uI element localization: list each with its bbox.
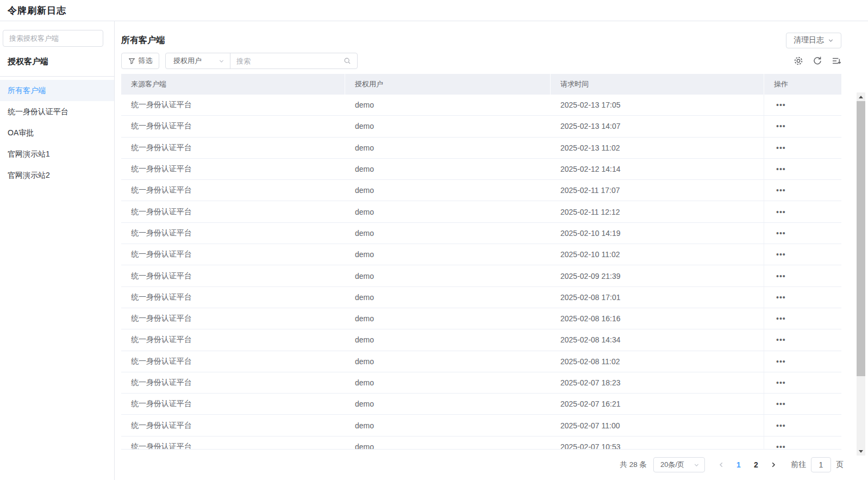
cell-actions: •••: [764, 351, 841, 372]
cell-user: demo: [345, 180, 551, 201]
row-more-button[interactable]: •••: [774, 143, 788, 153]
sidebar-item-client[interactable]: 统一身份认证平台: [0, 101, 114, 122]
sidebar-item-client[interactable]: 官网演示站2: [0, 165, 114, 186]
page-title: 令牌刷新日志: [8, 4, 66, 17]
cell-time: 2025-02-07 18:23: [551, 372, 764, 393]
table-row: 统一身份认证平台 demo 2025-02-13 14:07 •••: [121, 116, 841, 137]
cell-client: 统一身份认证平台: [121, 223, 345, 244]
cell-client: 统一身份认证平台: [121, 415, 345, 435]
sidebar-item-label: 官网演示站1: [8, 149, 50, 159]
row-more-button[interactable]: •••: [774, 185, 788, 195]
sidebar-menu: 所有客户端 统一身份认证平台 OA审批 官网演示站1 官网演示站2: [0, 77, 114, 186]
cell-user: demo: [345, 394, 551, 414]
vertical-scrollbar[interactable]: [857, 92, 865, 456]
table-row: 统一身份认证平台 demo 2025-02-09 21:39 •••: [121, 265, 841, 286]
prev-page-button[interactable]: [713, 457, 730, 472]
search-icon[interactable]: [344, 57, 351, 65]
page-numbers: 12: [730, 457, 765, 472]
row-more-button[interactable]: •••: [774, 271, 788, 281]
sidebar-item-client[interactable]: 所有客户端: [0, 80, 114, 101]
cell-client: 统一身份认证平台: [121, 372, 345, 393]
cell-actions: •••: [764, 415, 841, 435]
sidebar: 授权客户端 所有客户端 统一身份认证平台 OA审批 官网演示站1 官网演示站2: [0, 21, 115, 480]
sidebar-top: 授权客户端: [0, 21, 114, 77]
row-more-button[interactable]: •••: [774, 292, 788, 302]
cell-time: 2025-02-07 11:00: [551, 415, 764, 435]
cell-actions: •••: [764, 95, 841, 115]
cell-actions: •••: [764, 180, 841, 201]
row-more-button[interactable]: •••: [774, 228, 788, 238]
row-more-button[interactable]: •••: [774, 250, 788, 259]
sidebar-item-client[interactable]: 官网演示站1: [0, 144, 114, 165]
cell-actions: •••: [764, 138, 841, 158]
sidebar-item-client[interactable]: OA审批: [0, 122, 114, 144]
cell-actions: •••: [764, 223, 841, 244]
sidebar-item-label: 统一身份认证平台: [8, 107, 68, 117]
cell-client: 统一身份认证平台: [121, 180, 345, 201]
search-group: 授权用户: [165, 53, 358, 69]
cell-client: 统一身份认证平台: [121, 394, 345, 414]
chevron-right-icon: [770, 462, 777, 468]
cell-time: 2025-02-11 12:12: [551, 201, 764, 222]
table-row: 统一身份认证平台 demo 2025-02-08 17:01 •••: [121, 287, 841, 308]
row-more-button[interactable]: •••: [774, 335, 788, 345]
sidebar-item-label: OA审批: [8, 128, 34, 138]
column-header-request-time: 请求时间: [551, 74, 764, 95]
row-more-button[interactable]: •••: [774, 164, 788, 174]
cell-user: demo: [345, 308, 551, 329]
row-more-button[interactable]: •••: [774, 421, 788, 431]
cell-actions: •••: [764, 116, 841, 136]
row-more-button[interactable]: •••: [774, 207, 788, 217]
density-sort-icon[interactable]: [831, 56, 841, 66]
scrollbar-down-arrow[interactable]: [857, 447, 865, 456]
cell-client: 统一身份认证平台: [121, 308, 345, 329]
cell-user: demo: [345, 95, 551, 115]
goto-page-input[interactable]: [811, 457, 831, 472]
row-more-button[interactable]: •••: [774, 100, 788, 110]
page-number-button[interactable]: 2: [747, 457, 765, 472]
cell-client: 统一身份认证平台: [121, 329, 345, 350]
cell-user: demo: [345, 244, 551, 265]
cell-time: 2025-02-11 17:07: [551, 180, 764, 201]
cell-user: demo: [345, 329, 551, 350]
log-table: 来源客户端 授权用户 请求时间 操作 统一身份认证平台 demo 2025-02…: [121, 74, 841, 450]
cell-time: 2025-02-13 14:07: [551, 116, 764, 136]
row-more-button[interactable]: •••: [774, 314, 788, 323]
table-row: 统一身份认证平台 demo 2025-02-07 11:00 •••: [121, 415, 841, 436]
token-refresh-log-page: 令牌刷新日志 授权客户端 所有客户端 统一身份认证平台 OA审批 官网演示站1 …: [0, 0, 868, 480]
row-more-button[interactable]: •••: [774, 442, 788, 450]
table-row: 统一身份认证平台 demo 2025-02-07 16:21 •••: [121, 394, 841, 415]
table-row: 统一身份认证平台 demo 2025-02-08 11:02 •••: [121, 351, 841, 372]
cell-user: demo: [345, 287, 551, 308]
gear-icon[interactable]: [793, 56, 803, 66]
page-number-button[interactable]: 1: [730, 457, 747, 472]
row-more-button[interactable]: •••: [774, 399, 788, 409]
row-more-button[interactable]: •••: [774, 378, 788, 388]
clean-logs-button[interactable]: 清理日志: [786, 33, 841, 48]
cell-time: 2025-02-08 16:16: [551, 308, 764, 329]
cell-actions: •••: [764, 244, 841, 265]
page-size-select[interactable]: 20条/页: [653, 457, 705, 472]
client-search-input[interactable]: [3, 30, 103, 47]
refresh-icon[interactable]: [812, 56, 822, 66]
scrollbar-up-arrow[interactable]: [857, 92, 865, 101]
filter-button[interactable]: 筛选: [121, 53, 159, 69]
cell-actions: •••: [764, 394, 841, 414]
scrollbar-thumb[interactable]: [857, 101, 865, 376]
chevron-down-icon: [694, 462, 700, 468]
log-search-input[interactable]: [236, 57, 339, 65]
table-row: 统一身份认证平台 demo 2025-02-07 10:53 •••: [121, 437, 841, 450]
cell-user: demo: [345, 138, 551, 158]
cell-time: 2025-02-09 21:39: [551, 265, 764, 286]
cell-time: 2025-02-12 14:14: [551, 159, 764, 179]
cell-actions: •••: [764, 287, 841, 308]
filter-field-select[interactable]: 授权用户: [166, 53, 230, 68]
goto-unit-label: 页: [836, 460, 844, 470]
funnel-icon: [128, 58, 135, 65]
row-more-button[interactable]: •••: [774, 357, 788, 366]
pager-nav: 12: [713, 457, 782, 472]
row-more-button[interactable]: •••: [774, 121, 788, 131]
cell-user: demo: [345, 116, 551, 136]
next-page-button[interactable]: [765, 457, 782, 472]
cell-time: 2025-02-07 10:53: [551, 437, 764, 450]
